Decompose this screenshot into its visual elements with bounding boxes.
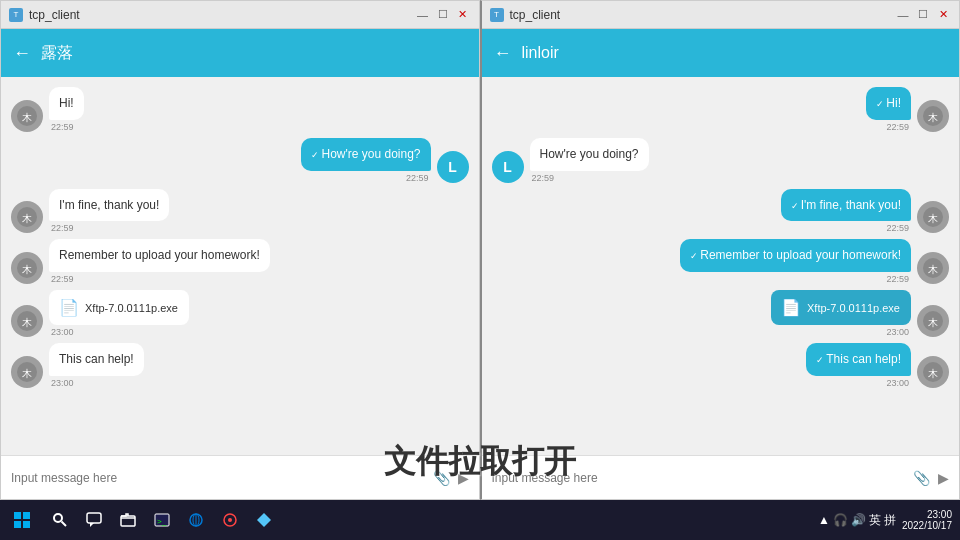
overlay-text: 文件拉取打开: [384, 440, 576, 484]
right-back-arrow[interactable]: ←: [494, 43, 512, 64]
left-app-icon: T: [9, 8, 23, 22]
taskbar-files-icon[interactable]: [112, 504, 144, 536]
left-bubble-fine: I'm fine, thank you!: [49, 189, 169, 222]
right-contact-name: linloir: [522, 44, 559, 62]
right-time-file: 23:00: [771, 327, 911, 337]
taskbar-right: ▲ 🎧 🔊 英 拼 23:00 2022/10/17: [818, 509, 952, 531]
right-bubble-remember: ✓Remember to upload your homework!: [680, 239, 911, 272]
right-avatar-sent-4: 木: [917, 305, 949, 337]
left-back-arrow[interactable]: ←: [13, 43, 31, 64]
taskbar-terminal-icon[interactable]: >_: [146, 504, 178, 536]
right-title-bar: T tcp_client — ☐ ✕: [482, 1, 960, 29]
svg-text:木: 木: [22, 264, 32, 275]
taskbar-search-icon[interactable]: [44, 504, 76, 536]
left-file-icon: 📄: [59, 298, 79, 317]
svg-text:木: 木: [22, 213, 32, 224]
left-file-name: Xftp-7.0.0111p.exe: [85, 302, 178, 314]
left-maximize-button[interactable]: ☐: [435, 7, 451, 23]
svg-text:木: 木: [928, 213, 938, 224]
left-avatar-2: 木: [11, 201, 43, 233]
right-msg-how: L How're you doing? 22:59: [492, 138, 950, 183]
left-bubble-file[interactable]: 📄 Xftp-7.0.0111p.exe: [49, 290, 189, 325]
svg-rect-20: [14, 512, 21, 519]
right-maximize-button[interactable]: ☐: [915, 7, 931, 23]
left-msg-remember: 木 Remember to upload your homework! 22:5…: [11, 239, 469, 284]
svg-rect-23: [23, 521, 30, 528]
left-msg-help: 木 This can help! 23:00: [11, 343, 469, 388]
right-attach-icon[interactable]: 📎: [913, 470, 930, 486]
taskbar-chat-icon[interactable]: [78, 504, 110, 536]
right-msg-help: 木 ✓This can help! 23:00: [492, 343, 950, 388]
taskbar-flutter-icon[interactable]: [248, 504, 280, 536]
right-msg-remember: 木 ✓Remember to upload your homework! 22:…: [492, 239, 950, 284]
taskbar-date-value: 2022/10/17: [902, 520, 952, 531]
svg-text:>_: >_: [157, 517, 167, 526]
taskbar-clock: 23:00 2022/10/17: [902, 509, 952, 531]
svg-rect-22: [14, 521, 21, 528]
windows-container: T tcp_client — ☐ ✕ ← 露落 木 Hi! 2: [0, 0, 960, 500]
right-send-icon[interactable]: ▶: [938, 470, 949, 486]
svg-text:木: 木: [22, 112, 32, 123]
right-bubble-fine: ✓I'm fine, thank you!: [781, 189, 911, 222]
svg-line-25: [62, 522, 67, 527]
left-bubble-hi: Hi!: [49, 87, 84, 120]
right-file-name: Xftp-7.0.0111p.exe: [807, 302, 900, 314]
right-window-controls: — ☐ ✕: [895, 7, 951, 23]
taskbar: >_ ▲ 🎧 🔊 英 拼 23:00 2022/10/17: [0, 500, 960, 540]
right-bubble-help: ✓This can help!: [806, 343, 911, 376]
right-bubble-hi: ✓Hi!: [866, 87, 911, 120]
left-avatar-l: L: [437, 151, 469, 183]
lang-cn[interactable]: 拼: [884, 512, 896, 529]
right-bubble-file[interactable]: 📄 Xftp-7.0.0111p.exe: [771, 290, 911, 325]
right-close-button[interactable]: ✕: [935, 7, 951, 23]
left-chat-window: T tcp_client — ☐ ✕ ← 露落 木 Hi! 2: [0, 0, 480, 500]
taskbar-browser-icon[interactable]: [180, 504, 212, 536]
svg-point-24: [54, 514, 62, 522]
left-title-bar: T tcp_client — ☐ ✕: [1, 1, 479, 29]
left-close-button[interactable]: ✕: [455, 7, 471, 23]
left-minimize-button[interactable]: —: [415, 7, 431, 23]
left-msg-how: L ✓How're you doing? 22:59: [11, 138, 469, 183]
right-msg-fine: 木 ✓I'm fine, thank you! 22:59: [492, 189, 950, 234]
headphone-icon[interactable]: 🎧: [833, 513, 848, 527]
right-avatar-sent-1: 木: [917, 100, 949, 132]
right-bubble-how: How're you doing?: [530, 138, 649, 171]
right-app-icon: T: [490, 8, 504, 22]
right-msg-file: 木 📄 Xftp-7.0.0111p.exe 23:00: [492, 290, 950, 337]
svg-text:木: 木: [928, 368, 938, 379]
right-file-icon: 📄: [781, 298, 801, 317]
left-time-how: 22:59: [301, 173, 430, 183]
network-icon[interactable]: ▲: [818, 513, 830, 527]
svg-text:木: 木: [928, 112, 938, 123]
right-window-title: tcp_client: [510, 8, 561, 22]
right-time-hi: 22:59: [866, 122, 911, 132]
left-bubble-help: This can help!: [49, 343, 144, 376]
left-window-controls: — ☐ ✕: [415, 7, 471, 23]
right-chat-header: ← linloir: [482, 29, 960, 77]
left-msg-hi: 木 Hi! 22:59: [11, 87, 469, 132]
right-avatar-l: L: [492, 151, 524, 183]
start-button[interactable]: [8, 506, 36, 534]
left-chat-header: ← 露落: [1, 29, 479, 77]
left-time-help: 23:00: [49, 378, 144, 388]
right-time-how: 22:59: [530, 173, 649, 183]
taskbar-music-icon[interactable]: [214, 504, 246, 536]
left-avatar-4: 木: [11, 305, 43, 337]
left-time-hi: 22:59: [49, 122, 84, 132]
left-messages-area: 木 Hi! 22:59 L ✓How're you doing? 22:59: [1, 77, 479, 455]
left-avatar-5: 木: [11, 356, 43, 388]
left-window-title: tcp_client: [29, 8, 80, 22]
svg-text:木: 木: [22, 317, 32, 328]
left-msg-fine: 木 I'm fine, thank you! 22:59: [11, 189, 469, 234]
right-minimize-button[interactable]: —: [895, 7, 911, 23]
lang-en[interactable]: 英: [869, 512, 881, 529]
right-time-help: 23:00: [806, 378, 911, 388]
left-time-remember: 22:59: [49, 274, 270, 284]
left-bubble-how: ✓How're you doing?: [301, 138, 430, 171]
left-message-input[interactable]: [11, 471, 425, 485]
right-chat-window: T tcp_client — ☐ ✕ ← linloir 木: [480, 0, 961, 500]
volume-icon[interactable]: 🔊: [851, 513, 866, 527]
svg-rect-26: [87, 513, 101, 523]
right-avatar-sent-2: 木: [917, 201, 949, 233]
right-messages-area: 木 ✓Hi! 22:59 L How're you doing? 22:59: [482, 77, 960, 455]
